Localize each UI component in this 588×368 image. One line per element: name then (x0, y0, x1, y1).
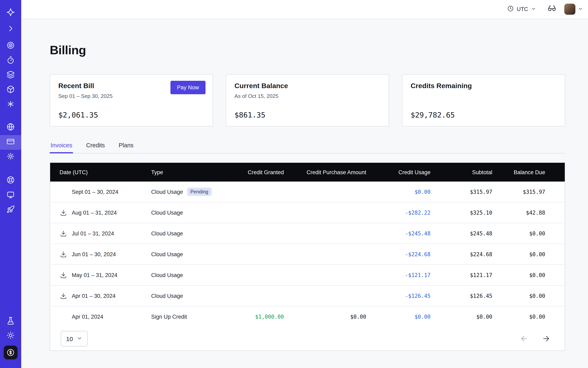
app-logo[interactable] (0, 6, 21, 20)
credit-usage-value: -$282.22 (367, 202, 431, 223)
sidebar-item-billing[interactable] (0, 135, 21, 150)
table-row: Jun 01 – 30, 2024 Cloud Usage -$224.68 $… (50, 244, 565, 265)
download-invoice-button[interactable] (60, 250, 67, 258)
col-header-date: Date (UTC) (50, 163, 148, 182)
invoice-period: May 01 – 31, 2024 (72, 272, 118, 278)
tab-credits[interactable]: Credits (85, 142, 106, 153)
credit-card-icon (7, 138, 15, 147)
invoice-type: Sign Up Credit (151, 313, 187, 320)
sidebar-item-target[interactable] (0, 39, 21, 54)
chevron-right-icon (7, 25, 15, 34)
page-title: Billing (50, 43, 565, 57)
sidebar-item-layers[interactable] (0, 68, 21, 83)
download-invoice-button[interactable] (60, 209, 67, 216)
recent-bill-amount: $2,061.35 (58, 110, 98, 119)
sidebar-item-support[interactable] (0, 173, 21, 188)
chevron-down-icon (578, 6, 583, 13)
sidebar (0, 0, 21, 368)
rows-per-page-value: 10 (66, 335, 73, 342)
col-header-balance-due: Balance Due (493, 163, 565, 182)
credit-usage-value: -$126.45 (367, 285, 431, 306)
sparkle-logo-icon (6, 8, 15, 18)
billing-tabs: Invoices Credits Plans (50, 142, 565, 153)
recent-bill-card: Recent Bill Sep 01 – Sep 30, 2025 $2,061… (50, 74, 213, 127)
table-row: Jul 01 – 31, 2024 Cloud Usage -$245.48 $… (50, 223, 565, 244)
invoices-table: Date (UTC) Type Credit Granted Credit Pu… (50, 162, 565, 351)
previous-page-button[interactable] (520, 335, 528, 343)
download-invoice-button[interactable] (60, 271, 67, 279)
sidebar-item-experiments[interactable] (0, 314, 21, 329)
subtotal-value: $126.45 (431, 285, 493, 306)
subtotal-value: $245.48 (431, 223, 493, 244)
dollar-circle-icon (4, 346, 18, 359)
pagination (520, 335, 550, 343)
credit-granted-value (230, 265, 284, 285)
sidebar-expand-button[interactable] (0, 22, 21, 37)
app-window: UTC Billing Recent Bill Sep 01 – Sep 30,… (0, 0, 588, 368)
credit-purchase-value (284, 202, 367, 223)
col-header-credit-granted: Credit Granted (230, 163, 284, 182)
card-title: Current Balance (235, 82, 380, 90)
pay-now-button[interactable]: Pay Now (171, 81, 206, 94)
col-header-subtotal: Subtotal (431, 163, 493, 182)
balance-due-value: $0.00 (493, 223, 565, 244)
rocket-icon (7, 205, 15, 215)
timezone-selector[interactable]: UTC (507, 5, 536, 13)
sidebar-item-credits[interactable] (0, 343, 21, 361)
invoice-type: Cloud Usage (151, 189, 183, 195)
table-footer: 10 (50, 327, 565, 350)
account-menu[interactable] (564, 4, 583, 15)
sidebar-item-console[interactable] (0, 188, 21, 203)
tab-invoices[interactable]: Invoices (50, 142, 73, 153)
invoice-period: Jul 01 – 31, 2024 (72, 230, 114, 236)
table-row: Sept 01 – 30, 2024 Cloud Usage Pending $… (50, 182, 565, 202)
next-page-button[interactable] (542, 335, 550, 343)
sidebar-item-timer[interactable] (0, 54, 21, 68)
sidebar-item-asterisk[interactable] (0, 98, 21, 112)
tab-plans[interactable]: Plans (118, 142, 134, 153)
balance-due-value: $0.00 (493, 265, 565, 285)
table-header-row: Date (UTC) Type Credit Granted Credit Pu… (50, 163, 565, 182)
sidebar-item-settings[interactable] (0, 150, 21, 165)
download-invoice-button[interactable] (60, 292, 67, 299)
col-header-type: Type (148, 163, 230, 182)
reader-mode-button[interactable] (548, 4, 556, 14)
globe-icon (7, 123, 15, 133)
invoice-type: Cloud Usage (151, 230, 183, 236)
invoice-period: Jun 01 – 30, 2024 (72, 251, 116, 257)
asterisk-icon (7, 100, 15, 110)
credits-remaining-amount: $29,782.65 (411, 110, 455, 119)
credit-purchase-value (284, 244, 367, 265)
subtotal-value: $325.10 (431, 202, 493, 223)
credit-purchase-value (284, 182, 367, 202)
credit-usage-value: $0.00 (367, 182, 431, 202)
rows-per-page-select[interactable]: 10 (61, 331, 88, 346)
monitor-icon (7, 191, 15, 200)
credit-usage-value: -$224.68 (367, 244, 431, 265)
credits-remaining-card: Credits Remaining $29,782.65 (402, 74, 565, 127)
table-row: Aug 01 – 31, 2024 Cloud Usage -$282.22 $… (50, 202, 565, 223)
credit-purchase-value (284, 265, 367, 285)
sidebar-item-globe[interactable] (0, 120, 21, 135)
card-title: Credits Remaining (411, 82, 557, 90)
balance-due-value: $0.00 (493, 306, 565, 327)
balance-due-value: $0.00 (493, 244, 565, 265)
sidebar-item-launch[interactable] (0, 203, 21, 217)
invoice-period: Apr 01 – 30, 2024 (72, 293, 116, 299)
user-avatar (564, 4, 575, 15)
balance-due-value: $0.00 (493, 285, 565, 306)
invoice-type: Cloud Usage (151, 272, 183, 278)
credit-granted-value (230, 182, 284, 202)
sidebar-item-theme[interactable] (0, 329, 21, 343)
clock-icon (507, 5, 514, 13)
timezone-label: UTC (517, 6, 528, 12)
credit-usage-value: -$121.17 (367, 265, 431, 285)
table-row: Apr 01, 2024 Sign Up Credit $1,000.00 $0… (50, 306, 565, 327)
layers-icon (7, 71, 15, 80)
glasses-icon (548, 4, 556, 14)
subtotal-value: $224.68 (431, 244, 493, 265)
download-invoice-button[interactable] (60, 230, 67, 237)
credit-usage-value: $0.00 (367, 306, 431, 327)
gear-icon (7, 152, 15, 162)
sidebar-item-cube[interactable] (0, 83, 21, 98)
